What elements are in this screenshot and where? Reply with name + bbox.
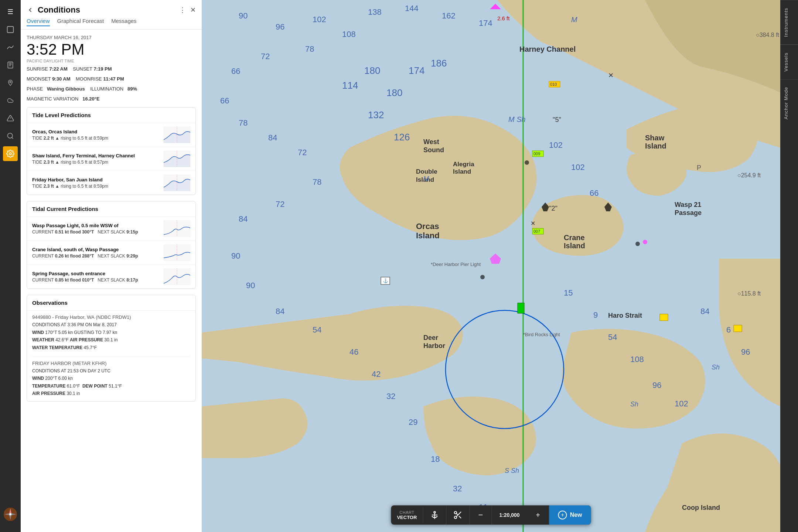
svg-text:78: 78 xyxy=(305,44,314,54)
tide-chart-friday xyxy=(164,175,190,191)
sunset-label: SUNSET xyxy=(73,66,92,72)
svg-text:96: 96 xyxy=(276,22,284,31)
tide-item-friday[interactable]: Friday Harbor, San Juan Island TIDE 2.3 … xyxy=(27,171,195,195)
current-location-wasp: Wasp Passage Light, 0.5 mile WSW of xyxy=(32,223,160,228)
current-item-spring[interactable]: Spring Passage, south entrance CURRENT 0… xyxy=(27,265,195,289)
tide-detail-orcas: TIDE 2.2 ft ▲ rising to 6.5 ft at 8:59pm xyxy=(32,136,160,141)
anchor-mode-tab[interactable]: Anchor Mode xyxy=(780,79,798,127)
phase-value: Waning Gibbous xyxy=(47,86,85,92)
location-icon[interactable] xyxy=(3,75,18,90)
new-button[interactable]: + New xyxy=(549,505,591,525)
svg-text:180: 180 xyxy=(364,65,380,76)
svg-text:90: 90 xyxy=(231,251,240,260)
panel-content[interactable]: THURSDAY MARCH 16, 2017 3:52 PM PACIFIC … xyxy=(21,30,202,532)
hamburger-menu-icon[interactable]: ☰ xyxy=(3,4,18,19)
svg-text:Island: Island xyxy=(416,231,440,240)
svg-text:"5": "5" xyxy=(553,116,561,123)
phase-label: PHASE xyxy=(27,86,43,92)
svg-text:007: 007 xyxy=(533,229,540,233)
illumination-value: 89% xyxy=(127,86,137,92)
anchor-button[interactable] xyxy=(423,506,446,524)
svg-text:S Sh: S Sh xyxy=(505,467,519,474)
svg-text:96: 96 xyxy=(652,381,661,390)
time-display: 3:52 PM xyxy=(27,41,196,58)
svg-text:*Deer Harbor Pier Light: *Deer Harbor Pier Light xyxy=(431,262,481,267)
settings-icon[interactable] xyxy=(3,146,18,161)
tab-graphical-forecast[interactable]: Graphical Forecast xyxy=(57,18,104,26)
chart-type-button[interactable]: CHART VECTOR xyxy=(391,507,423,523)
tide-location-shaw: Shaw Island, Ferry Terminal, Harney Chan… xyxy=(32,153,160,158)
svg-text:72: 72 xyxy=(261,52,270,61)
svg-text:174: 174 xyxy=(409,65,424,76)
tide-location-friday: Friday Harbor, San Juan Island xyxy=(32,177,160,183)
svg-text:Wasp 21: Wasp 21 xyxy=(675,201,701,208)
current-detail-spring: CURRENT 0.85 kt flood 010°T NEXT SLACK 8… xyxy=(32,277,160,283)
tide-location-orcas: Orcas, Orcas Island xyxy=(32,129,160,134)
moonset-label: MOONSET xyxy=(27,76,51,82)
search-icon[interactable] xyxy=(3,129,18,143)
svg-text:Coop Island: Coop Island xyxy=(682,504,720,511)
observations-title: Observations xyxy=(27,295,195,311)
notebook-icon[interactable] xyxy=(3,58,18,72)
chart-type-value: VECTOR xyxy=(397,515,417,520)
tab-overview[interactable]: Overview xyxy=(27,18,50,26)
date-label: THURSDAY MARCH 16, 2017 xyxy=(27,35,196,40)
obs-conditions-2: CONDITIONS AT 21:53 ON DAY 2 UTC xyxy=(32,367,190,375)
back-button[interactable] xyxy=(27,6,34,14)
svg-line-9 xyxy=(12,137,13,139)
tide-item-shaw[interactable]: Shaw Island, Ferry Terminal, Harney Chan… xyxy=(27,147,195,171)
svg-text:126: 126 xyxy=(394,132,410,143)
layers-icon[interactable] xyxy=(3,22,18,37)
map-scale: 1:20,000 xyxy=(492,508,527,522)
mag-var-row: MAGNETIC VARIATION 16.20°E xyxy=(27,95,196,103)
current-item-crane[interactable]: Crane Island, south of, Wasp Passage CUR… xyxy=(27,241,195,265)
scissors-button[interactable] xyxy=(446,506,470,524)
obs-wind-2: WIND 200°T 6.00 kn xyxy=(32,375,190,382)
more-options-button[interactable]: ⋮ xyxy=(179,6,186,14)
current-predictions-card: Tidal Current Predictions Wasp Passage L… xyxy=(27,201,196,289)
obs-weather-1: WEATHER 42.6°F AIR PRESSURE 30.1 in xyxy=(32,336,190,344)
map-toolbar: CHART VECTOR − 1:20,000 + + xyxy=(391,505,591,525)
obs-water-temp-1: WATER TEMPERATURE 45.7°F xyxy=(32,344,190,351)
phase-row: PHASE Waning Gibbous ILLUMINATION 89% xyxy=(27,85,196,93)
svg-text:66: 66 xyxy=(590,188,598,198)
alert-icon[interactable] xyxy=(3,111,18,126)
svg-text:90: 90 xyxy=(246,281,255,290)
vessels-tab[interactable]: Vessels xyxy=(780,45,798,79)
route-icon[interactable] xyxy=(3,40,18,55)
svg-text:102: 102 xyxy=(675,399,688,408)
current-section-title: Tidal Current Predictions xyxy=(27,201,195,217)
tab-messages[interactable]: Messages xyxy=(111,18,136,26)
sunrise-label: SUNRISE xyxy=(27,66,48,72)
current-detail-wasp: CURRENT 0.51 kt flood 300°T NEXT SLACK 9… xyxy=(32,229,160,235)
svg-text:Shaw: Shaw xyxy=(645,134,665,142)
current-item-wasp[interactable]: Wasp Passage Light, 0.5 mile WSW of CURR… xyxy=(27,217,195,241)
weather-icon[interactable] xyxy=(3,93,18,108)
svg-point-138 xyxy=(454,511,457,514)
obs-station-2-id: FRIDAY HARBOR (METAR KFHR) xyxy=(32,361,190,366)
mag-var-value: 16.20°E xyxy=(82,96,99,102)
svg-text:66: 66 xyxy=(220,96,229,105)
svg-text:Alegria: Alegria xyxy=(453,161,474,168)
close-button[interactable]: ✕ xyxy=(190,6,196,14)
svg-text:010: 010 xyxy=(550,82,557,86)
svg-text:90: 90 xyxy=(239,11,248,20)
svg-text:M: M xyxy=(571,16,577,24)
obs-temp-dew: TEMPERATURE 61.0°F DEW POINT 51.1°F xyxy=(32,382,190,390)
moon-row: MOONSET 9:30 AM MOONRISE 11:47 PM xyxy=(27,75,196,83)
svg-point-130 xyxy=(635,242,640,246)
instruments-tab[interactable]: Instruments xyxy=(780,0,798,45)
svg-text:○384.8 ft: ○384.8 ft xyxy=(756,32,780,38)
svg-text:84: 84 xyxy=(700,307,709,316)
illumination-label: ILLUMINATION xyxy=(90,86,123,92)
map-area[interactable]: 90 96 102 138 144 162 174 108 78 72 66 6… xyxy=(202,0,780,532)
svg-point-5 xyxy=(10,81,11,83)
svg-text:Crane: Crane xyxy=(564,233,585,242)
current-detail-crane: CURRENT 0.26 kt flood 288°T NEXT SLACK 9… xyxy=(32,253,160,259)
current-chart-crane xyxy=(164,245,190,261)
zoom-in-button[interactable]: + xyxy=(527,507,549,524)
svg-text:○254.9 ft: ○254.9 ft xyxy=(737,172,761,178)
tide-item-orcas[interactable]: Orcas, Orcas Island TIDE 2.2 ft ▲ rising… xyxy=(27,123,195,147)
svg-text:M: M xyxy=(423,175,429,183)
zoom-out-button[interactable]: − xyxy=(470,506,492,524)
